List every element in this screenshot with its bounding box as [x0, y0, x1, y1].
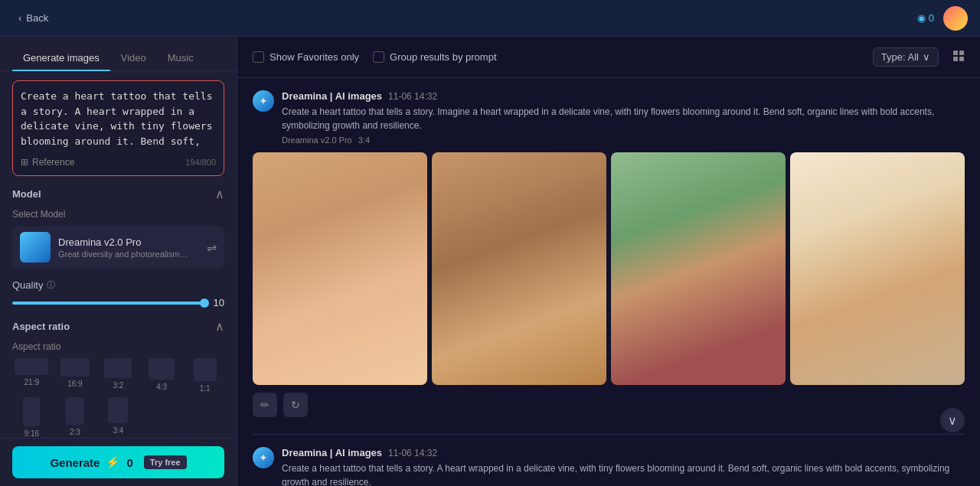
show-favorites-label: Show Favorites only [270, 51, 359, 63]
aspect-item-1-1[interactable]: 1:1 [185, 358, 224, 393]
left-panel: Generate images Video Music Create a hea… [0, 37, 237, 486]
quality-section: Quality ⓘ 10 [12, 279, 224, 308]
edit-button-1[interactable]: ✏ [253, 393, 277, 417]
quality-label: Quality [12, 279, 43, 291]
result-image-1-3[interactable] [611, 152, 786, 385]
image-actions-1: ✏ ↻ [253, 393, 965, 417]
aspect-item-2-3[interactable]: 2:3 [56, 397, 95, 438]
prompt-textarea[interactable]: Create a heart tattoo that tells a story… [21, 89, 216, 150]
aspect-item-16-9[interactable]: 16:9 [56, 358, 95, 393]
user-avatar[interactable] [943, 6, 968, 31]
model-description: Great diversity and photorealism. Of... [58, 250, 188, 259]
filter-bar: Show Favorites only Group results by pro… [237, 37, 980, 78]
group-by-prompt-checkbox[interactable] [373, 51, 384, 63]
group-title-1: Dreamina | AI images [282, 90, 382, 102]
nav-right: ◉ 0 [917, 6, 968, 31]
group-header-1: ✦ Dreamina | AI images 11-06 14:32 Creat… [253, 90, 965, 145]
char-count: 194/800 [185, 158, 216, 167]
select-model-label: Select Model [12, 209, 224, 220]
chevron-down-icon: ∨ [923, 51, 930, 63]
aspect-item-3-4[interactable]: 3:4 [99, 397, 138, 438]
svg-rect-0 [953, 51, 958, 55]
regenerate-button-1[interactable]: ↻ [283, 393, 308, 417]
left-panel-content: Create a heart tattoo that tells a story… [0, 71, 237, 438]
group-prompt-2: Create a heart tattoo that tells a story… [282, 462, 965, 486]
group-title-row-2: Dreamina | AI images 11-06 14:32 [282, 447, 965, 458]
credits-badge: ◉ 0 [917, 12, 934, 24]
aspect-box-3-2 [104, 358, 132, 378]
generate-count: 0 [126, 456, 132, 469]
generate-label: Generate [50, 456, 100, 469]
svg-rect-2 [953, 57, 958, 61]
generate-bolt-icon: ⚡ [106, 455, 120, 469]
model-name: Dreamina v2.0 Pro [58, 236, 199, 248]
svg-rect-1 [959, 51, 964, 55]
grid-view-button[interactable] [952, 50, 965, 64]
aspect-ratio-label: Aspect ratio [12, 341, 224, 352]
aspect-item-21-9[interactable]: 21:9 [12, 358, 51, 393]
top-nav: ‹ Back ◉ 0 [0, 0, 980, 37]
model-toggle[interactable]: ∧ [215, 187, 224, 201]
aspect-item-3-2[interactable]: 3:2 [99, 358, 138, 393]
image-grid-1 [253, 152, 965, 385]
group-title-2: Dreamina | AI images [282, 447, 382, 458]
result-image-1-4[interactable] [790, 152, 965, 385]
show-favorites-checkbox[interactable] [253, 51, 264, 63]
group-time-2: 11-06 14:32 [388, 448, 437, 458]
reference-button[interactable]: ⊞ Reference [21, 157, 74, 168]
group-avatar-2: ✦ [253, 447, 274, 468]
credit-icon: ◉ [917, 12, 926, 24]
quality-slider-row: 10 [12, 297, 224, 308]
group-by-prompt-label: Group results by prompt [390, 51, 496, 63]
aspect-box-4-3 [149, 358, 175, 380]
model-section-title: Model [12, 188, 41, 200]
result-image-1-1[interactable] [253, 152, 427, 385]
quality-info-icon: ⓘ [47, 279, 55, 291]
reference-icon: ⊞ [21, 157, 28, 168]
type-label: Type: All [881, 51, 919, 63]
model-section-header: Model ∧ [12, 187, 224, 201]
group-ratio-1: 3:4 [358, 135, 370, 145]
model-swap-icon: ⇌ [207, 240, 217, 255]
quality-value: 10 [212, 297, 224, 308]
main-layout: Generate images Video Music Create a hea… [0, 37, 980, 486]
aspect-box-2-3 [66, 397, 84, 425]
quality-slider-thumb[interactable] [200, 298, 209, 308]
result-image-1-2[interactable] [432, 152, 606, 385]
model-info: Dreamina v2.0 Pro Great diversity and ph… [58, 236, 199, 259]
tab-music[interactable]: Music [157, 46, 204, 71]
reference-label: Reference [32, 157, 74, 168]
aspect-grid-row1: 21:9 16:9 3:2 4:3 [12, 358, 224, 393]
show-favorites-filter[interactable]: Show Favorites only [253, 51, 359, 63]
group-prompt-1: Create a heart tattoo that tells a story… [282, 105, 965, 132]
aspect-ratio-toggle[interactable]: ∧ [215, 319, 224, 334]
scroll-to-bottom-button[interactable]: ∨ [940, 408, 965, 432]
aspect-ratio-title: Aspect ratio [12, 321, 70, 332]
aspect-ratio-section: Aspect ratio ∧ Aspect ratio 21:9 16:9 [12, 319, 224, 438]
aspect-item-9-16[interactable]: 9:16 [12, 397, 51, 438]
aspect-item-4-3[interactable]: 4:3 [142, 358, 181, 393]
model-card[interactable]: Dreamina v2.0 Pro Great diversity and ph… [12, 226, 224, 269]
aspect-box-16-9 [60, 358, 90, 377]
type-dropdown[interactable]: Type: All ∨ [873, 47, 939, 67]
aspect-ratio-header: Aspect ratio ∧ [12, 319, 224, 334]
quality-slider-track[interactable] [12, 302, 204, 305]
quality-slider-fill [12, 302, 204, 305]
quality-label-row: Quality ⓘ [12, 279, 224, 291]
tab-generate-images[interactable]: Generate images [12, 46, 110, 71]
model-thumbnail [20, 232, 51, 263]
back-button[interactable]: ‹ Back [12, 9, 54, 27]
generate-button[interactable]: Generate ⚡ 0 Try free [12, 446, 224, 478]
group-header-2: ✦ Dreamina | AI images 11-06 14:32 Creat… [253, 447, 965, 486]
result-group-2: ✦ Dreamina | AI images 11-06 14:32 Creat… [237, 435, 980, 486]
group-avatar-1: ✦ [253, 90, 274, 112]
avatar-icon-1: ✦ [259, 95, 268, 107]
result-group-1: ✦ Dreamina | AI images 11-06 14:32 Creat… [237, 78, 980, 434]
group-tags-1: Dreamina v2.0 Pro 3:4 [282, 135, 965, 145]
right-panel: Show Favorites only Group results by pro… [237, 37, 980, 486]
group-by-prompt-filter[interactable]: Group results by prompt [373, 51, 496, 63]
aspect-box-3-4 [108, 397, 128, 423]
group-meta-1: Dreamina | AI images 11-06 14:32 Create … [282, 90, 965, 145]
tab-video[interactable]: Video [110, 46, 157, 71]
aspect-box-1-1 [194, 358, 217, 381]
